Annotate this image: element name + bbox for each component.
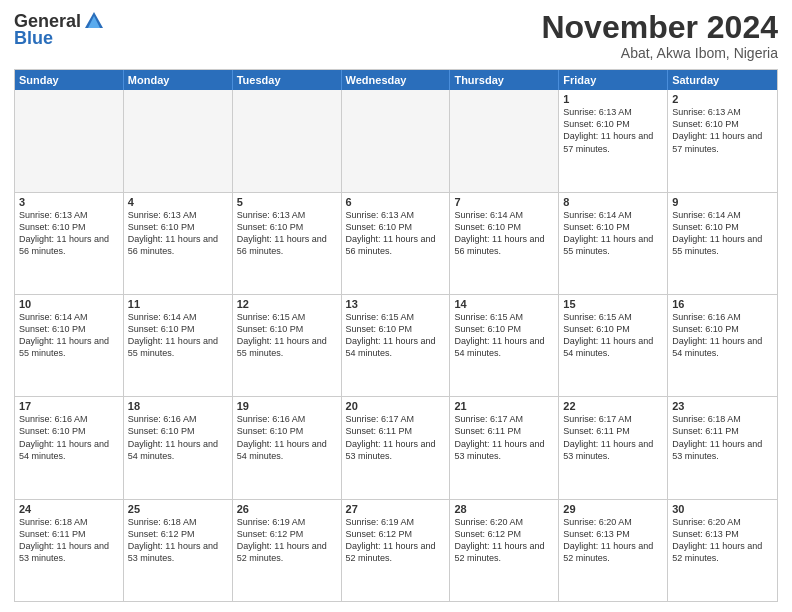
day-cell-20: 20Sunrise: 6:17 AM Sunset: 6:11 PM Dayli… [342, 397, 451, 498]
header-day-wednesday: Wednesday [342, 70, 451, 90]
month-title: November 2024 [541, 10, 778, 45]
day-number: 14 [454, 298, 554, 310]
day-number: 21 [454, 400, 554, 412]
day-info: Sunrise: 6:14 AM Sunset: 6:10 PM Dayligh… [128, 311, 228, 360]
calendar-week-1: 1Sunrise: 6:13 AM Sunset: 6:10 PM Daylig… [15, 90, 777, 191]
calendar-week-4: 17Sunrise: 6:16 AM Sunset: 6:10 PM Dayli… [15, 396, 777, 498]
day-cell-12: 12Sunrise: 6:15 AM Sunset: 6:10 PM Dayli… [233, 295, 342, 396]
day-number: 9 [672, 196, 773, 208]
calendar-week-2: 3Sunrise: 6:13 AM Sunset: 6:10 PM Daylig… [15, 192, 777, 294]
day-number: 29 [563, 503, 663, 515]
day-cell-26: 26Sunrise: 6:19 AM Sunset: 6:12 PM Dayli… [233, 500, 342, 601]
day-info: Sunrise: 6:14 AM Sunset: 6:10 PM Dayligh… [19, 311, 119, 360]
logo-blue: Blue [14, 28, 53, 49]
day-info: Sunrise: 6:16 AM Sunset: 6:10 PM Dayligh… [237, 413, 337, 462]
day-cell-6: 6Sunrise: 6:13 AM Sunset: 6:10 PM Daylig… [342, 193, 451, 294]
day-number: 25 [128, 503, 228, 515]
day-cell-1: 1Sunrise: 6:13 AM Sunset: 6:10 PM Daylig… [559, 90, 668, 191]
day-info: Sunrise: 6:18 AM Sunset: 6:11 PM Dayligh… [19, 516, 119, 565]
day-number: 24 [19, 503, 119, 515]
day-info: Sunrise: 6:13 AM Sunset: 6:10 PM Dayligh… [128, 209, 228, 258]
day-cell-13: 13Sunrise: 6:15 AM Sunset: 6:10 PM Dayli… [342, 295, 451, 396]
day-number: 4 [128, 196, 228, 208]
day-number: 30 [672, 503, 773, 515]
day-cell-7: 7Sunrise: 6:14 AM Sunset: 6:10 PM Daylig… [450, 193, 559, 294]
day-info: Sunrise: 6:16 AM Sunset: 6:10 PM Dayligh… [672, 311, 773, 360]
subtitle: Abat, Akwa Ibom, Nigeria [541, 45, 778, 61]
day-info: Sunrise: 6:20 AM Sunset: 6:12 PM Dayligh… [454, 516, 554, 565]
day-info: Sunrise: 6:14 AM Sunset: 6:10 PM Dayligh… [563, 209, 663, 258]
day-cell-10: 10Sunrise: 6:14 AM Sunset: 6:10 PM Dayli… [15, 295, 124, 396]
day-cell-21: 21Sunrise: 6:17 AM Sunset: 6:11 PM Dayli… [450, 397, 559, 498]
day-cell-24: 24Sunrise: 6:18 AM Sunset: 6:11 PM Dayli… [15, 500, 124, 601]
calendar-body: 1Sunrise: 6:13 AM Sunset: 6:10 PM Daylig… [15, 90, 777, 601]
day-info: Sunrise: 6:15 AM Sunset: 6:10 PM Dayligh… [237, 311, 337, 360]
calendar-week-5: 24Sunrise: 6:18 AM Sunset: 6:11 PM Dayli… [15, 499, 777, 601]
day-number: 26 [237, 503, 337, 515]
day-info: Sunrise: 6:13 AM Sunset: 6:10 PM Dayligh… [672, 106, 773, 155]
day-cell-8: 8Sunrise: 6:14 AM Sunset: 6:10 PM Daylig… [559, 193, 668, 294]
day-cell-22: 22Sunrise: 6:17 AM Sunset: 6:11 PM Dayli… [559, 397, 668, 498]
day-number: 6 [346, 196, 446, 208]
day-info: Sunrise: 6:16 AM Sunset: 6:10 PM Dayligh… [19, 413, 119, 462]
day-info: Sunrise: 6:14 AM Sunset: 6:10 PM Dayligh… [454, 209, 554, 258]
day-info: Sunrise: 6:15 AM Sunset: 6:10 PM Dayligh… [454, 311, 554, 360]
day-info: Sunrise: 6:14 AM Sunset: 6:10 PM Dayligh… [672, 209, 773, 258]
day-info: Sunrise: 6:16 AM Sunset: 6:10 PM Dayligh… [128, 413, 228, 462]
day-number: 13 [346, 298, 446, 310]
day-cell-27: 27Sunrise: 6:19 AM Sunset: 6:12 PM Dayli… [342, 500, 451, 601]
day-info: Sunrise: 6:18 AM Sunset: 6:12 PM Dayligh… [128, 516, 228, 565]
day-number: 5 [237, 196, 337, 208]
day-number: 19 [237, 400, 337, 412]
day-cell-23: 23Sunrise: 6:18 AM Sunset: 6:11 PM Dayli… [668, 397, 777, 498]
day-number: 8 [563, 196, 663, 208]
day-number: 18 [128, 400, 228, 412]
header-day-monday: Monday [124, 70, 233, 90]
day-info: Sunrise: 6:20 AM Sunset: 6:13 PM Dayligh… [672, 516, 773, 565]
day-number: 11 [128, 298, 228, 310]
day-info: Sunrise: 6:17 AM Sunset: 6:11 PM Dayligh… [346, 413, 446, 462]
day-info: Sunrise: 6:17 AM Sunset: 6:11 PM Dayligh… [563, 413, 663, 462]
day-number: 10 [19, 298, 119, 310]
day-info: Sunrise: 6:17 AM Sunset: 6:11 PM Dayligh… [454, 413, 554, 462]
header-day-friday: Friday [559, 70, 668, 90]
day-cell-5: 5Sunrise: 6:13 AM Sunset: 6:10 PM Daylig… [233, 193, 342, 294]
header-day-thursday: Thursday [450, 70, 559, 90]
empty-cell [124, 90, 233, 191]
day-cell-15: 15Sunrise: 6:15 AM Sunset: 6:10 PM Dayli… [559, 295, 668, 396]
day-number: 1 [563, 93, 663, 105]
day-info: Sunrise: 6:18 AM Sunset: 6:11 PM Dayligh… [672, 413, 773, 462]
day-cell-17: 17Sunrise: 6:16 AM Sunset: 6:10 PM Dayli… [15, 397, 124, 498]
day-info: Sunrise: 6:13 AM Sunset: 6:10 PM Dayligh… [237, 209, 337, 258]
day-cell-9: 9Sunrise: 6:14 AM Sunset: 6:10 PM Daylig… [668, 193, 777, 294]
day-number: 2 [672, 93, 773, 105]
logo-area: General Blue [14, 10, 105, 49]
empty-cell [15, 90, 124, 191]
day-cell-30: 30Sunrise: 6:20 AM Sunset: 6:13 PM Dayli… [668, 500, 777, 601]
day-cell-19: 19Sunrise: 6:16 AM Sunset: 6:10 PM Dayli… [233, 397, 342, 498]
day-cell-18: 18Sunrise: 6:16 AM Sunset: 6:10 PM Dayli… [124, 397, 233, 498]
day-number: 20 [346, 400, 446, 412]
day-info: Sunrise: 6:19 AM Sunset: 6:12 PM Dayligh… [346, 516, 446, 565]
header-day-tuesday: Tuesday [233, 70, 342, 90]
day-info: Sunrise: 6:19 AM Sunset: 6:12 PM Dayligh… [237, 516, 337, 565]
day-number: 15 [563, 298, 663, 310]
day-info: Sunrise: 6:20 AM Sunset: 6:13 PM Dayligh… [563, 516, 663, 565]
day-cell-14: 14Sunrise: 6:15 AM Sunset: 6:10 PM Dayli… [450, 295, 559, 396]
day-info: Sunrise: 6:13 AM Sunset: 6:10 PM Dayligh… [563, 106, 663, 155]
day-number: 3 [19, 196, 119, 208]
day-cell-29: 29Sunrise: 6:20 AM Sunset: 6:13 PM Dayli… [559, 500, 668, 601]
day-number: 17 [19, 400, 119, 412]
page: General Blue November 2024 Abat, Akwa Ib… [0, 0, 792, 612]
empty-cell [233, 90, 342, 191]
day-number: 27 [346, 503, 446, 515]
day-cell-11: 11Sunrise: 6:14 AM Sunset: 6:10 PM Dayli… [124, 295, 233, 396]
day-number: 16 [672, 298, 773, 310]
day-number: 28 [454, 503, 554, 515]
day-cell-4: 4Sunrise: 6:13 AM Sunset: 6:10 PM Daylig… [124, 193, 233, 294]
calendar-week-3: 10Sunrise: 6:14 AM Sunset: 6:10 PM Dayli… [15, 294, 777, 396]
day-cell-3: 3Sunrise: 6:13 AM Sunset: 6:10 PM Daylig… [15, 193, 124, 294]
header-day-sunday: Sunday [15, 70, 124, 90]
empty-cell [342, 90, 451, 191]
day-info: Sunrise: 6:13 AM Sunset: 6:10 PM Dayligh… [346, 209, 446, 258]
